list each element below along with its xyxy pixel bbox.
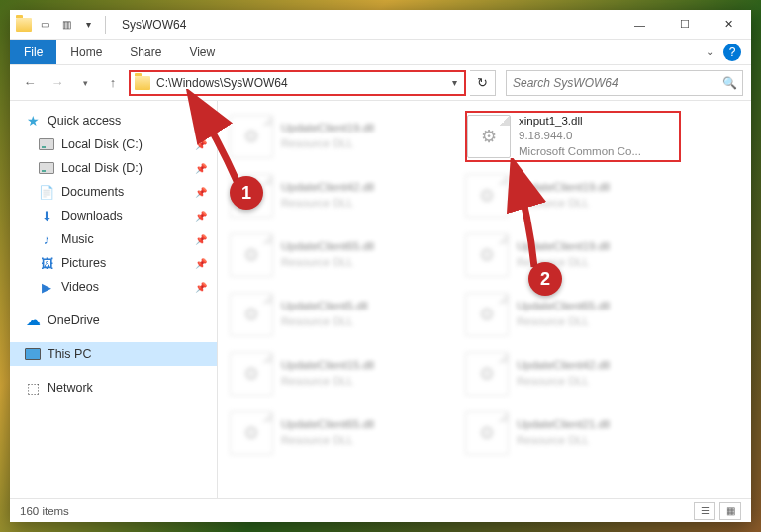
- file-item[interactable]: ⚙ UpdateClient19.dllResource DLL: [465, 229, 681, 281]
- view-tiles-button[interactable]: ▦: [719, 502, 741, 520]
- file-name: UpdateClient42.dll: [281, 180, 374, 196]
- dll-icon: ⚙: [230, 293, 273, 336]
- sidebar-item-label: Pictures: [61, 256, 106, 270]
- status-bar: 160 items ☰ ▦: [10, 498, 751, 522]
- dll-icon: ⚙: [465, 352, 509, 396]
- file-list[interactable]: ⚙ UpdateClient19.dllResource DLL ⚙ xinpu…: [218, 101, 751, 498]
- file-name: UpdateClient19.dll: [281, 121, 374, 136]
- dll-icon: ⚙: [230, 233, 273, 277]
- sidebar-item-videos[interactable]: ▶ Videos 📌: [10, 275, 217, 299]
- pin-icon: 📌: [195, 163, 207, 174]
- file-name: UpdateClient5.dll: [281, 299, 368, 314]
- disk-icon: [38, 135, 55, 153]
- file-item[interactable]: ⚙ UpdateClient21.dllResource DLL: [465, 407, 681, 459]
- titlebar: ▭ ▥ ▾ SysWOW64 — ☐ ✕: [10, 10, 751, 40]
- sidebar-item-disk-c[interactable]: Local Disk (C:) 📌: [10, 133, 217, 156]
- pc-icon: [24, 345, 42, 363]
- file-type: Resource DLL: [281, 196, 374, 212]
- sidebar-item-quick-access[interactable]: ★ Quick access: [10, 109, 217, 133]
- sidebar-item-label: Local Disk (C:): [61, 137, 143, 151]
- file-item[interactable]: ⚙ UpdateClient5.dllResource DLL: [230, 289, 445, 340]
- qat-newfolder-icon[interactable]: ▥: [57, 16, 75, 34]
- tab-file[interactable]: File: [10, 40, 56, 64]
- file-item-highlighted[interactable]: ⚙ xinput1_3.dll 9.18.944.0 Microsoft Com…: [465, 111, 681, 162]
- help-icon[interactable]: ?: [723, 44, 741, 61]
- dll-icon: ⚙: [467, 115, 511, 158]
- item-count: 160 items: [20, 505, 69, 517]
- file-name: UpdateClient65.dll: [281, 417, 374, 433]
- close-button[interactable]: ✕: [707, 10, 751, 40]
- refresh-button[interactable]: ↻: [470, 70, 496, 96]
- sidebar-item-label: Downloads: [61, 209, 123, 222]
- tab-view[interactable]: View: [175, 40, 229, 64]
- file-type: Resource DLL: [281, 433, 374, 449]
- address-bar[interactable]: C:\Windows\SysWOW64 ▾: [129, 70, 466, 96]
- network-icon: ⬚: [24, 379, 42, 397]
- file-type: Resource DLL: [517, 314, 610, 330]
- dll-icon: ⚙: [465, 411, 509, 455]
- sidebar-item-pictures[interactable]: 🖼 Pictures 📌: [10, 251, 217, 275]
- file-type: Resource DLL: [517, 196, 610, 212]
- maximize-button[interactable]: ☐: [662, 10, 707, 40]
- file-version: 9.18.944.0: [519, 129, 641, 144]
- file-type: Resource DLL: [517, 255, 610, 271]
- downloads-icon: ⬇: [38, 207, 55, 224]
- sidebar-item-documents[interactable]: 📄 Documents 📌: [10, 180, 217, 204]
- file-item[interactable]: ⚙ UpdateClient42.dllResource DLL: [465, 348, 681, 399]
- file-item[interactable]: ⚙ UpdateClient19.dllResource DLL: [230, 111, 445, 162]
- sidebar-item-label: Videos: [61, 280, 99, 294]
- sidebar-item-this-pc[interactable]: This PC: [10, 342, 217, 366]
- sidebar-item-onedrive[interactable]: ☁ OneDrive: [10, 309, 217, 332]
- sidebar-item-network[interactable]: ⬚ Network: [10, 376, 217, 399]
- pin-icon: 📌: [195, 139, 207, 150]
- file-name: UpdateClient21.dll: [517, 417, 610, 433]
- recent-dropdown-icon[interactable]: ▾: [73, 71, 97, 95]
- file-item[interactable]: ⚙ UpdateClient65.dllResource DLL: [230, 229, 445, 281]
- search-icon[interactable]: 🔍: [716, 76, 742, 90]
- navigation-bar: ← → ▾ ↑ C:\Windows\SysWOW64 ▾ ↻ 🔍: [10, 65, 751, 101]
- up-button[interactable]: ↑: [101, 71, 125, 95]
- sidebar-item-disk-d[interactable]: Local Disk (D:) 📌: [10, 156, 217, 180]
- file-item[interactable]: ⚙ UpdateClient19.dllResource DLL: [465, 170, 681, 222]
- pin-icon: 📌: [195, 258, 207, 269]
- file-description: Microsoft Common Co...: [519, 144, 641, 160]
- qat-properties-icon[interactable]: ▭: [36, 16, 53, 34]
- tab-share[interactable]: Share: [116, 40, 175, 64]
- address-folder-icon: [135, 76, 150, 90]
- view-details-button[interactable]: ☰: [694, 502, 715, 520]
- navigation-pane: ★ Quick access Local Disk (C:) 📌 Local D…: [10, 101, 218, 498]
- annotation-badge-2: 2: [528, 262, 562, 296]
- address-path[interactable]: C:\Windows\SysWOW64: [154, 76, 444, 90]
- back-button[interactable]: ←: [18, 71, 42, 95]
- explorer-window: ▭ ▥ ▾ SysWOW64 — ☐ ✕ File Home Share Vie…: [10, 10, 751, 522]
- ribbon-expand-icon[interactable]: ⌄: [706, 46, 713, 57]
- file-name: xinput1_3.dll: [519, 114, 641, 130]
- file-item[interactable]: ⚙ UpdateClient15.dllResource DLL: [230, 348, 445, 399]
- file-type: Resource DLL: [281, 314, 368, 330]
- separator: [105, 16, 106, 34]
- file-type: Resource DLL: [281, 374, 374, 390]
- file-name: UpdateClient65.dll: [281, 239, 374, 255]
- address-dropdown-icon[interactable]: ▾: [444, 77, 464, 88]
- window-title: SysWOW64: [122, 18, 186, 32]
- sidebar-item-music[interactable]: ♪ Music 📌: [10, 227, 217, 251]
- tab-home[interactable]: Home: [56, 40, 116, 64]
- sidebar-item-label: Network: [48, 381, 93, 395]
- file-name: UpdateClient65.dll: [517, 299, 610, 314]
- sidebar-item-downloads[interactable]: ⬇ Downloads 📌: [10, 204, 217, 227]
- qat-dropdown-icon[interactable]: ▾: [79, 16, 97, 34]
- file-item[interactable]: ⚙ UpdateClient65.dllResource DLL: [465, 289, 681, 340]
- sidebar-item-label: Documents: [61, 185, 124, 199]
- dll-icon: ⚙: [230, 411, 273, 455]
- folder-icon: [16, 18, 32, 32]
- file-name: UpdateClient19.dll: [517, 239, 610, 255]
- search-box[interactable]: 🔍: [506, 70, 743, 96]
- file-item[interactable]: ⚙ UpdateClient65.dllResource DLL: [230, 407, 445, 459]
- file-type: Resource DLL: [517, 374, 610, 390]
- onedrive-icon: ☁: [24, 311, 42, 329]
- search-input[interactable]: [507, 76, 716, 90]
- pictures-icon: 🖼: [38, 254, 55, 272]
- ribbon: File Home Share View ⌄ ?: [10, 40, 751, 65]
- forward-button[interactable]: →: [46, 71, 69, 95]
- minimize-button[interactable]: —: [618, 10, 662, 40]
